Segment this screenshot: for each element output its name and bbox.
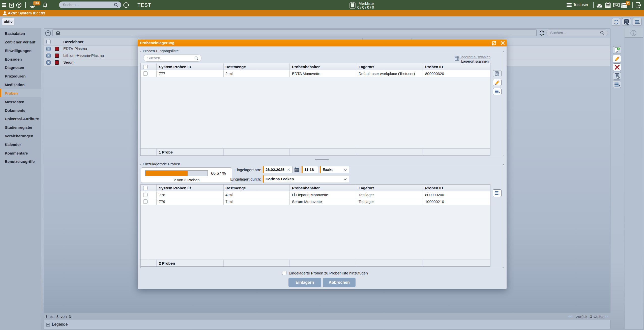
svg-text:?: ?	[18, 3, 20, 7]
